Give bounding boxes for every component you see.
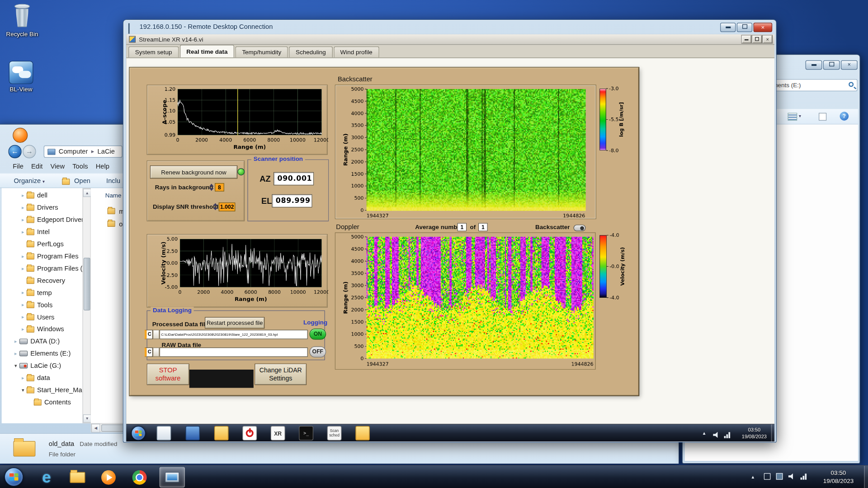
- tab-scheduling[interactable]: Scheduling: [289, 47, 332, 57]
- tree-item-network[interactable]: ▸Network: [2, 421, 83, 423]
- include-in-library-button[interactable]: Inclu: [106, 177, 120, 185]
- taskbar-ie-button[interactable]: e: [35, 467, 57, 487]
- close-button[interactable]: ×: [754, 23, 773, 32]
- remote-taskbar-xr-icon[interactable]: XR: [271, 426, 285, 441]
- stop-software-button[interactable]: STOP software: [146, 363, 189, 385]
- average-number-value[interactable]: 1: [457, 223, 467, 231]
- tree-item-windows[interactable]: ▸Windows: [2, 323, 83, 335]
- remote-taskbar-system-icon[interactable]: [185, 426, 200, 441]
- menu-item-view[interactable]: View: [50, 163, 65, 170]
- breadcrumb-lacie[interactable]: LaCie: [98, 148, 115, 155]
- expander-icon[interactable]: ▾: [12, 363, 19, 368]
- expander-icon[interactable]: ▸: [19, 192, 27, 198]
- remote-taskbar-explorer-icon[interactable]: [355, 426, 370, 441]
- taskbar-media-player-button[interactable]: [98, 467, 120, 487]
- scrollbar-thumb[interactable]: [84, 258, 90, 310]
- tree-item-dell[interactable]: ▸dell: [2, 189, 83, 202]
- expander-icon[interactable]: ▸: [19, 266, 27, 271]
- network-icon[interactable]: [801, 473, 807, 480]
- processed-logging-toggle[interactable]: ON: [309, 328, 326, 339]
- action-center-icon[interactable]: [764, 473, 771, 480]
- tree-item-perflogs[interactable]: PerfLogs: [2, 238, 83, 250]
- maximize-button[interactable]: [737, 23, 752, 32]
- minimize-button[interactable]: [720, 23, 736, 32]
- remote-start-button[interactable]: [131, 426, 146, 441]
- expander-icon[interactable]: ▸: [19, 205, 27, 210]
- tree-item-intel[interactable]: ▸Intel: [2, 226, 83, 238]
- tree-item-data-d-[interactable]: ▸DATA (D:): [2, 335, 83, 347]
- tab-wind-profile[interactable]: Wind profile: [334, 47, 379, 57]
- scroll-up-button[interactable]: ▲: [83, 189, 91, 197]
- start-button[interactable]: [5, 468, 24, 487]
- change-lidar-settings-button[interactable]: Change LiDAR Settings: [255, 363, 307, 385]
- tree-item-lacie-g-[interactable]: ▾LaCie (G:): [2, 360, 83, 372]
- volume-icon[interactable]: [788, 473, 795, 480]
- expander-icon[interactable]: ▸: [19, 302, 27, 308]
- organize-button[interactable]: Organize▾: [14, 177, 45, 185]
- tree-item-program-files[interactable]: ▸Program Files: [2, 250, 83, 262]
- processed-browse-icon[interactable]: [153, 330, 160, 339]
- expander-icon[interactable]: ▸: [19, 326, 27, 332]
- open-button[interactable]: Open: [74, 177, 90, 185]
- rays-spinner[interactable]: [209, 183, 214, 191]
- tree-item-temp[interactable]: ▸temp: [2, 286, 83, 299]
- remote-taskbar-share-folder-icon[interactable]: [214, 426, 229, 441]
- maximize-button[interactable]: [823, 60, 840, 70]
- minimize-button[interactable]: [806, 60, 822, 70]
- remote-tray-chevron-icon[interactable]: ▲: [702, 431, 707, 436]
- taskbar-explorer-button[interactable]: [66, 467, 89, 487]
- tree-item-recovery[interactable]: Recovery: [2, 274, 83, 286]
- taskbar-rdp-button[interactable]: [160, 467, 185, 487]
- close-button[interactable]: ×: [841, 60, 858, 70]
- scroll-left-button[interactable]: ◀: [91, 424, 100, 433]
- el-value[interactable]: 089.999: [272, 194, 312, 207]
- tree-item-drivers[interactable]: ▸Drivers: [2, 202, 83, 214]
- remote-taskbar-power-icon[interactable]: [242, 426, 257, 441]
- backscatter-toggle[interactable]: [574, 225, 586, 231]
- back-button[interactable]: ←: [8, 145, 21, 158]
- streamline-titlebar[interactable]: StreamLine XR v14-6.vi ×: [126, 34, 774, 45]
- tab-system-setup[interactable]: System setup: [128, 47, 179, 57]
- menu-item-file[interactable]: File: [13, 163, 24, 170]
- remote-network-icon[interactable]: [724, 432, 731, 438]
- tab-temp-humidity[interactable]: Temp/humidity: [236, 47, 288, 57]
- breadcrumb-computer[interactable]: Computer: [59, 148, 88, 155]
- restart-processed-file-button[interactable]: Restart processed file: [205, 317, 264, 329]
- app-restore-button[interactable]: [752, 35, 762, 43]
- tree-item-edgeport-driver[interactable]: ▸Edgeport Driver: [2, 214, 83, 226]
- app-close-button[interactable]: ×: [763, 35, 772, 43]
- snr-spinner[interactable]: [213, 202, 218, 211]
- tree-scrollbar[interactable]: ▲ ▼: [82, 188, 90, 423]
- expander-icon[interactable]: ▾: [19, 387, 27, 393]
- show-desktop-button[interactable]: [864, 466, 868, 488]
- tray-chevron-icon[interactable]: ▲: [750, 475, 755, 480]
- chevron-down-icon[interactable]: ▾: [799, 113, 801, 118]
- expander-icon[interactable]: ▸: [19, 375, 27, 380]
- raw-drive-selector[interactable]: C: [145, 347, 153, 357]
- expander-icon[interactable]: ▸: [19, 290, 27, 296]
- search-input[interactable]: ments (E:): [769, 79, 858, 91]
- preview-pane-button[interactable]: [819, 113, 826, 121]
- remote-taskbar-notepad-icon[interactable]: [157, 426, 171, 441]
- desktop-icon-recycle-bin[interactable]: Recycle Bin: [5, 3, 40, 37]
- menu-item-tools[interactable]: Tools: [72, 163, 88, 170]
- expander-icon[interactable]: ▸: [19, 253, 27, 259]
- of-value[interactable]: 1: [478, 223, 488, 231]
- tab-real-time-data[interactable]: Real time data: [180, 45, 235, 57]
- raw-browse-icon[interactable]: [153, 347, 160, 357]
- menu-item-edit[interactable]: Edit: [31, 163, 42, 170]
- name-column-header[interactable]: Name: [105, 192, 122, 199]
- display-tray-icon[interactable]: [776, 473, 783, 480]
- tree-item-program-files-x[interactable]: ▸Program Files (x: [2, 262, 83, 274]
- taskbar-chrome-button[interactable]: [128, 467, 151, 487]
- processed-drive-selector[interactable]: C: [145, 330, 153, 339]
- tree-item-data[interactable]: ▸data: [2, 372, 83, 384]
- remote-volume-icon[interactable]: [713, 432, 720, 438]
- processed-path-field[interactable]: C:\LiDar\Data\Proc\2023\202308\20230819\…: [160, 330, 308, 339]
- clock[interactable]: 03:50 19/08/2023: [823, 469, 854, 485]
- remote-show-desktop-button[interactable]: [771, 424, 774, 441]
- tree-item-elements-e-[interactable]: ▸Elements (E:): [2, 347, 83, 360]
- renew-background-button[interactable]: Renew background now: [150, 165, 237, 178]
- expander-icon[interactable]: ▸: [19, 217, 27, 222]
- forward-button[interactable]: →: [23, 145, 36, 158]
